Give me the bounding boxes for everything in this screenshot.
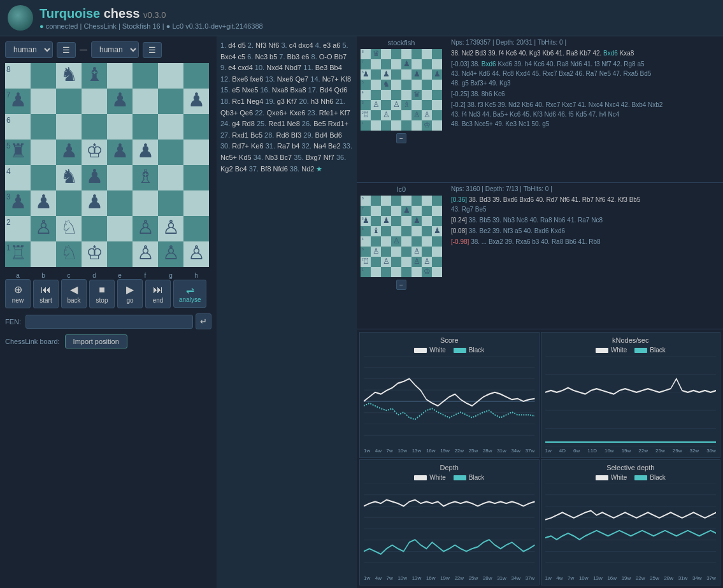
selective-depth-chart-title: Selective depth [545,464,717,471]
knodes-chart-title: kNodes/sec [545,336,717,344]
player2-select[interactable]: human [91,41,139,58]
depth-chart-title: Depth [364,464,535,471]
lc0-line-2: [0.24] 38. Bb5 39. Nb3 Nc8 40. Ra8 Nb6 4… [451,215,718,225]
knodes-chart-legend: White Black [545,347,717,354]
stockfish-line-2: [-0.03] 38. Bxd6 Kxd6 39. h4 Kc6 40. Ra8… [451,59,718,69]
lc0-line-3: [0.08] 38. Be2 39. Nf3 a5 40. Bxd6 Kxd6 [451,226,718,236]
fen-input[interactable] [25,315,193,329]
lc0-collapse-btn[interactable]: − [396,280,406,290]
player2-menu-btn[interactable]: ☰ [143,42,162,58]
app-logo [8,5,33,31]
lc0-line-1: [0.36] 38. Bd3 39. Bxd6 Bxd6 40. Rd7 Nf6… [451,195,718,204]
selective-depth-svg [545,484,717,574]
stockfish-stats: Nps: 1739357 | Depth: 20/31 | TbHits: 0 … [451,39,718,46]
engines-container: stockfish − Nps: 1739357 | Depth: 20/31 … [357,36,723,329]
stockfish-panel: stockfish − Nps: 1739357 | Depth: 20/31 … [357,36,723,183]
new-game-button[interactable]: ⊕ new [5,279,31,308]
header-status: ● connected | ChessLink | Stockfish 16 |… [39,22,263,30]
score-chart-area [364,356,535,447]
header: Turquoise chess v0.3.0 ● connected | Che… [0,0,723,36]
player1-menu-btn[interactable]: ☰ [57,42,76,58]
fen-row: FEN: ↵ [5,313,211,329]
import-position-button[interactable]: Import position [65,334,127,348]
charts-area: Score White Black [357,329,723,588]
chess-board[interactable] [5,63,209,267]
selective-depth-chart-legend: White Black [545,474,717,481]
go-button[interactable]: ▶ go [117,279,143,308]
stockfish-line-2b: 43. Nd4+ Kd6 44. Rc8 Kxd4 45. Rxc7 Bxa2 … [451,69,718,78]
stockfish-mini-board [361,49,442,131]
player-controls: human ☰ — human ☰ [5,41,211,58]
stockfish-line-4b: 43. f4 Nd3 44. Ba5+ Kc6 45. Kf3 Nd6 46. … [451,110,718,119]
lc0-stats: Nps: 3160 | Depth: 7/13 | TbHits: 0 | [451,185,718,192]
end-button[interactable]: ⏭ end [145,280,171,308]
stockfish-info: Nps: 1739357 | Depth: 20/31 | TbHits: 0 … [446,36,723,182]
selective-depth-chart: Selective depth White Black [541,459,721,585]
start-button[interactable]: ⏮ start [33,280,59,308]
depth-chart-area [364,484,535,574]
score-chart-title: Score [364,336,535,344]
stockfish-line-1: 38. Nd2 Bd3 39. f4 Kc6 40. Kg3 Kb6 41. R… [451,48,718,58]
chess-board-container [5,63,209,267]
move-buttons: ⊕ new ⏮ start ◀ back ■ stop ▶ go [5,279,211,308]
fen-enter-button[interactable]: ↵ [196,313,211,329]
stockfish-line-2c: 48. g5 Bxf3+ 49. Kg3 [451,78,718,88]
selective-depth-chart-area [545,484,717,574]
lc0-title: lc0 [397,185,406,193]
stockfish-line-4: [-0.2] 38. f3 Kc5 39. Nd2 Kb6 40. Rxc7 K… [451,100,718,110]
knodes-chart-area [545,356,717,447]
chesslink-label: ChessLink board: [5,338,60,345]
knodes-svg [545,356,717,447]
score-chart: Score White Black [359,332,540,458]
moves-text: 1. d4 d5 2. Nf3 Nf6 3. c4 dxc4 4. e3 a6 … [220,40,353,175]
lc0-mini-board [361,196,442,277]
score-chart-legend: White Black [364,347,535,354]
lc0-info: Nps: 3160 | Depth: 7/13 | TbHits: 0 | [0… [446,183,723,329]
score-svg [364,356,535,447]
stockfish-line-3: [-0.25] 38. 8h6 Kc6 [451,89,718,99]
lc0-line-1b: 43. Rg7 Be5 [451,204,718,214]
board-file-labels: a b c d e f g h [5,272,209,279]
player1-select[interactable]: human [5,41,53,58]
chesslink-row: ChessLink board: Import position [5,334,211,348]
back-button[interactable]: ◀ back [61,279,87,308]
fen-label: FEN: [5,318,23,326]
depth-svg [364,484,535,574]
lc0-line-4: [-0.98] 38. ... Bxa2 39. Rxa6 b3 40. Ra8… [451,237,718,247]
depth-chart-legend: White Black [364,474,535,481]
app-title: Turquoise chess v0.3.0 [39,6,263,21]
stockfish-title: stockfish [388,39,415,47]
left-panel: human ☰ — human ☰ a b c d e f g [0,36,217,588]
stockfish-collapse-btn[interactable]: − [396,133,406,143]
knodes-chart: kNodes/sec White Black [541,332,721,458]
right-panel: stockfish − Nps: 1739357 | Depth: 20/31 … [357,36,723,588]
stockfish-board-area: stockfish − [357,36,446,182]
lc0-board-area: lc0 − [357,183,446,329]
stockfish-line-4c: 48. Bc3 Nce5+ 49. Ke3 Nc1 50. g5 [451,119,718,129]
depth-chart: Depth White Black [359,459,540,585]
analyse-button[interactable]: ⇌ analyse [173,280,206,308]
lc0-panel: lc0 − Nps: 3160 | Depth: 7/13 | TbHits: … [357,183,723,329]
stop-button[interactable]: ■ stop [89,280,115,308]
moves-panel: 1. d4 d5 2. Nf3 Nf6 3. c4 dxc4 4. e3 a6 … [217,36,357,588]
